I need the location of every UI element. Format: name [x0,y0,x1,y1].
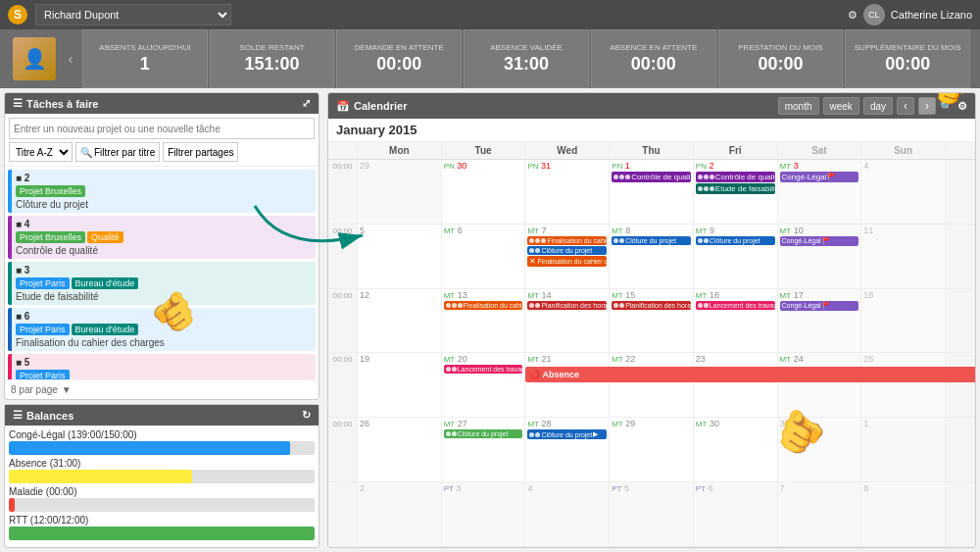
task-tag: Projet Bruxelles [16,185,85,197]
balance-maladie-label: Maladie (00:00) [9,486,315,497]
cal-event[interactable]: Etude de faisabilité [696,183,775,194]
cal-day-jan11[interactable]: 11 [861,225,946,288]
cal-day-jan20[interactable]: MT 20 Lancement des travaux [442,353,526,417]
prev-user-arrow[interactable]: ‹ [61,29,80,88]
cal-prev-btn[interactable]: ‹ [897,97,914,115]
task-tags: Projet Bruxelles [16,185,312,197]
cal-day-jan8[interactable]: MT 8 Clôture du projet [610,225,694,288]
cal-day-jan28[interactable]: MT 28 Clôture du projet ▶ [525,418,610,481]
calendar-month-title: January 2015 [328,119,975,142]
cal-event[interactable]: Clôture du projet [444,429,523,438]
cal-day-jan17[interactable]: MT 17 Congé-Légal 🚩 [778,289,862,353]
pagination-down-icon[interactable]: ▼ [62,384,72,395]
cal-day-jan13[interactable]: MT 13 Finalisation du cahier des charg..… [442,289,526,353]
cal-day-jan6[interactable]: MT 6 [442,225,526,288]
cal-day-jan26[interactable]: 26 [358,418,442,481]
stat-supplementaire-value: 00:00 [885,54,930,75]
cal-day-jan15[interactable]: MT 15 Planification des horaires des é..… [610,289,694,353]
stat-absence-att: ABSENCE EN ATTENTE 00:00 [591,29,716,88]
cal-event-lancement[interactable]: Lancement des travaux [444,365,523,374]
cal-event[interactable]: Planification des horaires des é... [527,301,607,310]
cal-event-conge[interactable]: Congé-Légal 🚩 [780,236,859,246]
stat-solde-label: SOLDE RESTANT [240,43,305,52]
cal-day-dec29[interactable]: 29 [358,160,442,224]
cal-day-jan4[interactable]: 4 [861,160,946,224]
cal-event[interactable]: Clôture du projet [612,236,691,245]
cal-day-jan22[interactable]: MT 22 [610,353,694,417]
cal-day-jan21[interactable]: MT 21 ⭕ Absence ➡ [525,353,610,417]
cal-event[interactable]: Lancement des travaux [696,301,775,310]
cal-search-icon[interactable]: 🔍 [940,100,954,113]
cal-event-absence[interactable]: ⭕ Absence ➡ [525,367,975,382]
tasks-expand-icon[interactable]: ⤢ [302,97,311,110]
stats-bar: 👤 ‹ ABSENTS AUJOURD'HUI 1 SOLDE RESTANT … [0,29,980,88]
cal-day-jan7[interactable]: MT 7 Finalisation du cahier des charg...… [525,225,610,288]
cal-day-jan10[interactable]: MT 10 Congé-Légal 🚩 [778,225,862,288]
cal-event[interactable]: Finalisation du cahier des charg... [444,301,523,310]
top-bar-right: ⚙ CL Catherine Lizano [848,4,972,25]
stat-demande-label: DEMANDE EN ATTENTE [355,43,444,52]
cal-day-jan9[interactable]: MT 9 Clôture du projet [694,225,778,288]
cal-day-jan30[interactable]: MT 30 [694,418,778,481]
cal-day-jan18[interactable]: 18 [861,289,946,353]
task-item[interactable]: ■ 3 Projet Paris Bureau d'étude Etude de… [8,262,316,305]
cal-view-day[interactable]: day [863,97,893,115]
cal-day-feb2[interactable]: 2 [358,482,442,546]
cal-event-conge[interactable]: Congé-Légal 🚩 [780,172,859,182]
balance-conge-bar [9,441,290,455]
cal-day-jan25[interactable]: 25 [861,353,946,417]
cal-day-feb5[interactable]: PT 5 [610,482,694,546]
cal-day-dec31[interactable]: PN 31 [525,160,610,224]
settings-icon[interactable]: ⚙ [848,9,858,22]
cal-day-jan14[interactable]: MT 14 Planification des horaires des é..… [525,289,610,353]
filter-tags-btn[interactable]: Filtrer partages [163,142,238,162]
cal-day-dec30[interactable]: PN 30 [442,160,526,224]
cal-day-feb1[interactable]: 1 [861,418,946,481]
balances-refresh-icon[interactable]: ↻ [302,409,311,422]
task-item[interactable]: ■ 2 Projet Bruxelles Clôture du projet [8,170,316,213]
cal-settings-icon[interactable]: ⚙ [957,100,967,113]
calendar-panel: 📅 Calendrier month week day ‹ › 🫵 � [327,92,976,548]
filter-title-btn[interactable]: 🔍 Filtrer par titre [75,142,160,162]
cal-view-week[interactable]: week [823,97,859,115]
cal-day-feb8[interactable]: 8 [861,482,946,546]
cal-event[interactable]: Contrôle de qualité [696,172,775,182]
cal-event[interactable]: Clôture du projet [527,246,607,255]
cal-day-jan31[interactable]: 31 [778,418,862,481]
cal-day-jan2[interactable]: PN 2 Contrôle de qualité Etude de faisab… [694,160,778,224]
cal-event[interactable]: Planification des horaires des é... [612,301,691,310]
cal-next-btn[interactable]: › [918,97,936,115]
cal-day-jan27[interactable]: MT 27 Clôture du projet [442,418,526,481]
task-item[interactable]: ■ 5 Projet Paris Lancement des travaux [8,354,316,379]
user-select[interactable]: Richard Dupont [35,4,231,25]
cal-event[interactable]: ✕ Finalisation du cahier des charg... [527,256,607,267]
cal-event[interactable]: Contrôle de qualité [612,172,691,182]
cal-day-jan5[interactable]: 5 [358,225,442,288]
cal-day-jan24[interactable]: MT 24 [778,353,862,417]
cal-event[interactable]: Clôture du projet ▶ [527,429,607,439]
cal-day-jan29[interactable]: MT 29 [610,418,694,481]
tasks-section: ☰ Tâches à faire ⤢ Titre A-Z 🔍 [4,92,319,400]
cal-event[interactable]: Clôture du projet [696,236,775,245]
cal-day-feb4[interactable]: 4 [525,482,610,546]
new-task-input[interactable] [9,118,315,139]
cal-day-jan12[interactable]: 12 [358,289,442,353]
stat-prestation: PRESTATION DU MOIS 00:00 [718,29,844,88]
cal-day-jan16[interactable]: MT 16 Lancement des travaux [694,289,778,353]
cal-day-jan23[interactable]: 23 [694,353,778,417]
cal-event-conge[interactable]: Congé-Légal 🚩 [780,301,859,311]
cal-day-jan3[interactable]: MT 3 Congé-Légal 🚩 [778,160,862,224]
task-item[interactable]: ■ 6 Projet Paris Bureau d'étude Finalisa… [8,308,316,351]
tasks-icon: ☰ [13,97,23,110]
cal-day-feb6[interactable]: PT 6 [694,482,778,546]
cal-day-jan1[interactable]: PN 1 Contrôle de qualité [610,160,694,224]
sort-select[interactable]: Titre A-Z [9,142,73,162]
cal-day-jan19[interactable]: 19 [358,353,442,417]
task-item[interactable]: ■ 4 Projet Bruxelles Qualité Contrôle de… [8,216,316,259]
stat-absence-val: ABSENCE VALIDÉE 31:00 [464,29,589,88]
cal-day-feb7[interactable]: 7 [778,482,862,546]
week-side-right [946,418,975,481]
cal-day-feb3[interactable]: PT 3 [442,482,526,546]
cal-event[interactable]: Finalisation du cahier des charg... [527,236,607,245]
cal-view-month[interactable]: month [778,97,819,115]
